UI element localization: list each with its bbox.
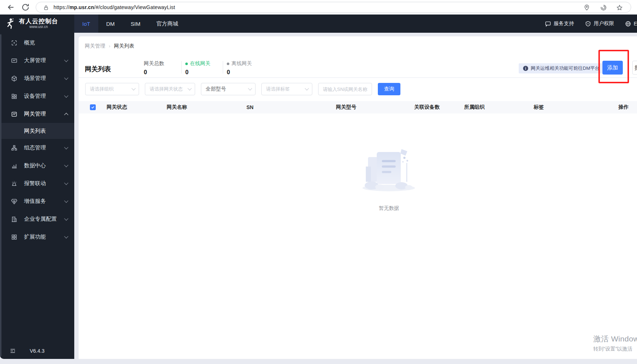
model-select[interactable]: 全部型号 bbox=[201, 83, 256, 95]
stat-online-value: 0 bbox=[185, 69, 223, 76]
url-text[interactable]: https://mp.usr.cn/#/cloud/gateway/ViewGa… bbox=[54, 4, 175, 10]
big-screen-icon bbox=[11, 57, 17, 64]
sidebar-item-overview[interactable]: 概览 bbox=[0, 34, 74, 52]
alarm-icon bbox=[11, 180, 17, 187]
sidebar-item-label: 数据中心 bbox=[24, 162, 65, 169]
language-label: En bbox=[634, 21, 637, 27]
chevron-down-icon bbox=[64, 216, 68, 220]
sidebar-subitem-label: 网关列表 bbox=[24, 128, 46, 135]
sidebar-item-enterprise-config[interactable]: 企业专属配置 bbox=[0, 210, 74, 228]
gateway-status-select-placeholder: 请选择网关状态 bbox=[150, 86, 188, 92]
sidebar-item-gateway-mgmt[interactable]: 网关管理 bbox=[0, 105, 74, 123]
apps-grid-icon bbox=[11, 234, 17, 240]
column-gateway-model: 网关型号 bbox=[336, 104, 414, 111]
building-icon bbox=[11, 216, 17, 223]
empty-state: 暂无数据 bbox=[357, 145, 421, 212]
logo-subtitle: www.usr.cn bbox=[19, 25, 58, 29]
sidebar-item-label: 大屏管理 bbox=[24, 57, 65, 64]
sidebar-item-label: 增值服务 bbox=[24, 198, 65, 205]
sidebar-item-device-mgmt[interactable]: 设备管理 bbox=[0, 87, 74, 105]
chevron-down-icon bbox=[248, 86, 252, 90]
section-divider bbox=[79, 77, 637, 78]
logo-title: 有人云控制台 bbox=[19, 18, 58, 25]
topology-icon bbox=[11, 145, 17, 151]
service-support[interactable]: 服务支持 bbox=[545, 20, 574, 27]
header-right: 服务支持 用户权限 En bbox=[545, 15, 637, 33]
collapse-sidebar-icon[interactable] bbox=[9, 348, 16, 354]
sn-search-input[interactable] bbox=[318, 83, 372, 95]
stat-total: 网关总数 0 bbox=[144, 60, 181, 76]
watermark-line2: 转到“设置”以激活 bbox=[593, 346, 637, 352]
online-dot-icon bbox=[185, 63, 188, 65]
address-bar[interactable]: https://mp.usr.cn/#/cloud/gateway/ViewGa… bbox=[36, 2, 631, 13]
stat-total-label: 网关总数 bbox=[144, 60, 164, 67]
chevron-up-icon bbox=[64, 113, 68, 117]
shield-icon bbox=[585, 21, 591, 27]
sidebar-item-alarm-linkage[interactable]: 报警联动 bbox=[0, 175, 74, 192]
stat-offline: 离线网关 0 bbox=[227, 60, 264, 76]
tag-select-placeholder: 请选择标签 bbox=[266, 86, 305, 92]
model-select-value: 全部型号 bbox=[206, 86, 249, 92]
batch-button[interactable]: 批 bbox=[632, 61, 637, 75]
organization-select-placeholder: 请选择组织 bbox=[90, 86, 132, 92]
top-nav: IoT DM SIM 官方商城 bbox=[74, 15, 186, 33]
language-switch[interactable]: En bbox=[625, 21, 637, 27]
sidebar-item-label: 概览 bbox=[24, 39, 68, 46]
breadcrumb-separator: › bbox=[109, 44, 110, 49]
watermark-line1: 激活 Windows bbox=[593, 334, 637, 344]
notice-text: 网关运维相关功能可前往DM平台 bbox=[531, 65, 600, 72]
sidebar-item-value-added-services[interactable]: 增值服务 bbox=[0, 192, 74, 210]
sidebar-item-screen-mgmt[interactable]: 大屏管理 bbox=[0, 52, 74, 69]
sidebar-menu: 概览 大屏管理 场景管理 设备管理 网关管理 网关列表 组态管理 bbox=[0, 33, 74, 246]
sidebar-item-configuration-mgmt[interactable]: 组态管理 bbox=[0, 139, 74, 157]
chevron-down-icon bbox=[187, 86, 191, 90]
favorite-star-icon[interactable] bbox=[616, 4, 623, 11]
stat-offline-label: 离线网关 bbox=[232, 60, 252, 67]
add-gateway-button[interactable]: 添加 bbox=[602, 61, 623, 75]
chevron-down-icon bbox=[64, 76, 68, 80]
overview-icon bbox=[11, 40, 17, 46]
offline-dot-icon bbox=[227, 63, 229, 65]
chevron-down-icon bbox=[64, 93, 68, 97]
back-icon[interactable] bbox=[7, 3, 15, 12]
stat-total-value: 0 bbox=[144, 69, 181, 76]
chevron-down-icon bbox=[305, 86, 309, 90]
chevron-down-icon bbox=[64, 181, 68, 185]
tab-dm[interactable]: DM bbox=[98, 15, 123, 33]
sidebar-subitem-gateway-list[interactable]: 网关列表 bbox=[0, 123, 74, 139]
logo[interactable]: 有人云控制台 www.usr.cn bbox=[0, 15, 74, 33]
breadcrumb-current: 网关列表 bbox=[114, 43, 134, 49]
gateway-stats: 网关总数 0 在线网关 0 离线网关 0 bbox=[144, 60, 264, 76]
column-linked-devices: 关联设备数 bbox=[414, 104, 464, 111]
select-all-checkbox[interactable] bbox=[90, 104, 96, 110]
info-icon: i bbox=[523, 66, 528, 71]
empty-text: 暂无数据 bbox=[357, 205, 421, 212]
tab-official-mall[interactable]: 官方商城 bbox=[149, 15, 186, 33]
sidebar-item-data-center[interactable]: 数据中心 bbox=[0, 157, 74, 175]
search-button[interactable]: 查询 bbox=[378, 83, 400, 95]
stat-divider bbox=[181, 61, 182, 73]
location-icon[interactable] bbox=[583, 4, 590, 11]
breadcrumb-parent[interactable]: 网关管理 bbox=[85, 43, 105, 49]
column-gateway-name: 网关名称 bbox=[167, 104, 246, 111]
gateway-status-select[interactable]: 请选择网关状态 bbox=[145, 83, 195, 95]
chevron-down-icon bbox=[64, 234, 68, 238]
sidebar-item-scene-mgmt[interactable]: 场景管理 bbox=[0, 69, 74, 87]
organization-select[interactable]: 请选择组织 bbox=[85, 83, 139, 95]
stat-online-label: 在线网关 bbox=[190, 60, 210, 67]
sidebar-item-extensions[interactable]: 扩展功能 bbox=[0, 228, 74, 246]
user-permissions-label: 用户权限 bbox=[594, 20, 614, 27]
browser-essentials-icon[interactable] bbox=[600, 4, 607, 11]
user-permissions[interactable]: 用户权限 bbox=[585, 20, 614, 27]
reload-icon[interactable] bbox=[21, 3, 30, 12]
tab-iot[interactable]: IoT bbox=[74, 15, 98, 33]
main-content: 网关管理 › 网关列表 网关列表 网关总数 0 在线网关 0 离线网关 0 i … bbox=[79, 36, 637, 359]
tag-select[interactable]: 请选择标签 bbox=[261, 83, 312, 95]
windows-activation-watermark: 激活 Windows 转到“设置”以激活 bbox=[593, 334, 637, 352]
tab-sim[interactable]: SIM bbox=[123, 15, 149, 33]
sidebar-footer: V6.4.3 bbox=[0, 346, 74, 356]
breadcrumb: 网关管理 › 网关列表 bbox=[85, 43, 134, 49]
column-actions: 操作 bbox=[618, 104, 637, 111]
app-header: 有人云控制台 www.usr.cn IoT DM SIM 官方商城 服务支持 用… bbox=[0, 15, 637, 33]
sidebar: 概览 大屏管理 场景管理 设备管理 网关管理 网关列表 组态管理 bbox=[0, 33, 74, 359]
